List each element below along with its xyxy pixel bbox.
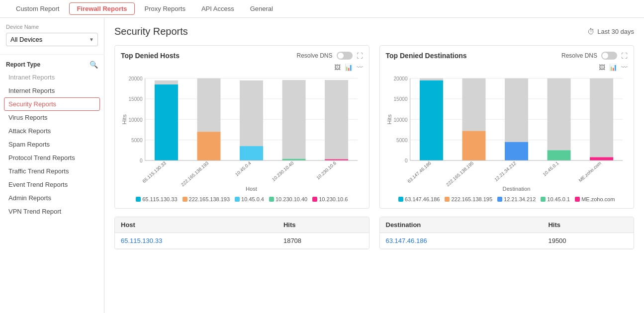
svg-text:15000: 15000 <box>393 96 407 102</box>
device-select[interactable]: All Devices <box>6 33 98 46</box>
sidebar-menu: Intranet ReportsInternet ReportsSecurity… <box>0 71 104 218</box>
chart1-resolve-dns: Resolve DNS <box>296 52 332 59</box>
svg-text:5000: 5000 <box>131 138 143 143</box>
tab-firewall[interactable]: Firewall Reports <box>69 2 134 15</box>
tab-api[interactable]: API Access <box>193 1 242 17</box>
svg-text:222.165.138.193: 222.165.138.193 <box>181 160 210 187</box>
svg-text:Host: Host <box>246 186 258 192</box>
sidebar-item-event[interactable]: Event Trend Reports <box>0 178 104 191</box>
table2-col-hits: Hits <box>542 217 634 233</box>
chart2-resolve-dns: Resolve DNS <box>561 52 597 59</box>
svg-text:10000: 10000 <box>393 117 407 122</box>
charts-row: Top Denied Hosts Resolve DNS ⛶ 🖼 📊 〰 050… <box>114 45 634 209</box>
svg-rect-12 <box>155 84 178 160</box>
clock-icon: ⏱ <box>587 27 595 36</box>
chart2-resolve-dns-toggle[interactable] <box>601 52 617 60</box>
legend-item: 12.21.34.212 <box>497 196 536 202</box>
svg-rect-41 <box>419 80 443 160</box>
table1-col-hits: Hits <box>277 217 369 233</box>
svg-rect-15 <box>197 132 220 160</box>
svg-text:5000: 5000 <box>396 138 408 143</box>
svg-rect-18 <box>240 146 263 160</box>
svg-text:0: 0 <box>404 158 407 163</box>
sidebar-item-protocol[interactable]: Protocol Trend Reports <box>0 151 104 164</box>
svg-text:10.230.10.40: 10.230.10.40 <box>271 160 294 182</box>
top-nav: Custom Report Firewall Reports Proxy Rep… <box>0 0 644 18</box>
search-icon[interactable]: 🔍 <box>90 61 98 69</box>
legend-item: 10.230.10.40 <box>269 196 307 202</box>
svg-rect-53 <box>590 157 613 160</box>
svg-rect-49 <box>547 78 570 151</box>
svg-rect-47 <box>504 142 528 160</box>
legend-item: 65.115.130.33 <box>136 196 177 202</box>
chart-top-denied-hosts: Top Denied Hosts Resolve DNS ⛶ 🖼 📊 〰 050… <box>114 45 369 209</box>
chart2-expand-icon[interactable]: ⛶ <box>621 52 628 60</box>
chart1-image-icon[interactable]: 🖼 <box>334 64 341 71</box>
table1-col-host: Host <box>115 217 277 233</box>
chart1-wave-icon[interactable]: 〰 <box>357 64 363 71</box>
tab-general[interactable]: General <box>242 1 281 17</box>
legend-item: 10.45.0.1 <box>541 196 570 202</box>
table2-col-dest: Destination <box>380 217 543 233</box>
svg-text:222.165.138.195: 222.165.138.195 <box>445 160 474 187</box>
svg-rect-43 <box>462 78 485 131</box>
svg-text:10.45.0.1: 10.45.0.1 <box>542 160 559 177</box>
chart1-title: Top Denied Hosts <box>121 52 180 60</box>
dest-link[interactable]: 63.147.46.186 <box>380 233 543 249</box>
table-row: 63.147.46.18619500 <box>380 233 634 249</box>
sidebar-item-traffic[interactable]: Traffic Trend Reports <box>0 164 104 178</box>
chart2-legend: 63.147.46.186222.165.138.19512.21.34.212… <box>386 196 628 202</box>
svg-text:15000: 15000 <box>128 96 142 102</box>
svg-text:10000: 10000 <box>128 117 142 122</box>
sidebar-item-internet[interactable]: Internet Reports <box>0 84 104 97</box>
legend-item: 10.45.0.4 <box>235 196 264 202</box>
svg-rect-11 <box>155 80 178 84</box>
report-type-label: Report Type <box>6 61 40 68</box>
svg-rect-50 <box>547 150 570 160</box>
host-hits: 18708 <box>277 233 369 249</box>
main-content: Security Reports ⏱ Last 30 days Top Deni… <box>104 18 644 313</box>
sidebar-item-virus[interactable]: Virus Reports <box>0 111 104 124</box>
legend-item: 222.165.138.193 <box>183 196 230 202</box>
sidebar-item-intranet[interactable]: Intranet Reports <box>0 71 104 84</box>
svg-rect-23 <box>325 80 348 159</box>
svg-text:10.230.10.6: 10.230.10.6 <box>316 160 337 180</box>
chart1-resolve-dns-toggle[interactable] <box>337 52 353 60</box>
tab-custom[interactable]: Custom Report <box>8 1 67 17</box>
svg-rect-20 <box>282 80 306 159</box>
sidebar-item-admin[interactable]: Admin Reports <box>0 191 104 205</box>
sidebar-item-security[interactable]: Security Reports <box>4 97 100 111</box>
device-label: Device Name <box>6 24 98 30</box>
chart2-wave-icon[interactable]: 〰 <box>621 64 628 71</box>
page-title: Security Reports <box>114 26 188 37</box>
chart1-area: 05000100001500020000Hits65.115.130.33222… <box>121 73 363 192</box>
svg-text:63.147.46.186: 63.147.46.186 <box>406 160 432 184</box>
chart2-title: Top Denied Destinations <box>386 52 467 60</box>
legend-item: 10.230.10.6 <box>312 196 348 202</box>
legend-item: 63.147.46.186 <box>398 196 440 202</box>
svg-text:65.115.130.33: 65.115.130.33 <box>142 160 167 184</box>
svg-rect-17 <box>240 80 263 146</box>
svg-rect-44 <box>462 131 485 160</box>
svg-rect-52 <box>590 78 613 157</box>
svg-text:Destination: Destination <box>502 186 530 192</box>
host-link[interactable]: 65.115.130.33 <box>115 233 277 249</box>
chart2-image-icon[interactable]: 🖼 <box>599 64 605 71</box>
svg-text:ME.zoho.com: ME.zoho.com <box>577 160 602 183</box>
svg-text:10.45.0.4: 10.45.0.4 <box>234 160 252 177</box>
sidebar-item-attack[interactable]: Attack Reports <box>0 124 104 138</box>
layout: Device Name All Devices ▼ Report Type 🔍 … <box>0 18 644 313</box>
chart1-bar-icon[interactable]: 📊 <box>345 64 353 71</box>
chart1-legend: 65.115.130.33222.165.138.19310.45.0.410.… <box>121 196 363 202</box>
sidebar-item-vpn[interactable]: VPN Trend Report <box>0 205 104 218</box>
chart1-expand-icon[interactable]: ⛶ <box>357 52 363 60</box>
table-row: 65.115.130.3318708 <box>115 233 369 249</box>
svg-text:20000: 20000 <box>128 76 142 81</box>
sidebar-item-spam[interactable]: Spam Reports <box>0 138 104 151</box>
svg-rect-14 <box>197 78 220 132</box>
last-days-label: Last 30 days <box>597 28 634 35</box>
tab-proxy[interactable]: Proxy Reports <box>137 1 193 17</box>
chart2-bar-icon[interactable]: 📊 <box>609 64 617 71</box>
table-destinations: Destination Hits 63.147.46.18619500 <box>379 217 635 249</box>
svg-text:20000: 20000 <box>393 76 407 81</box>
